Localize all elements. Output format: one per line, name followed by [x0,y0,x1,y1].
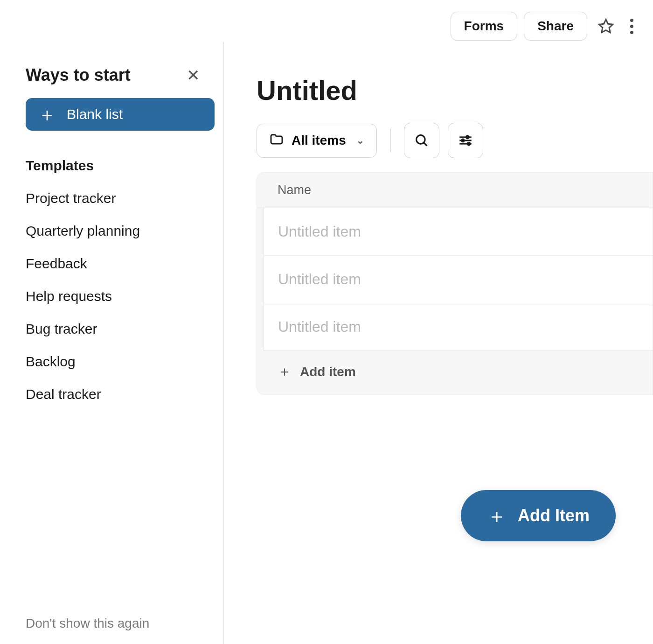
list-item[interactable]: Untitled item [264,256,653,303]
view-selector-button[interactable]: All items ⌄ [257,124,377,158]
more-menu-icon[interactable] [625,15,639,38]
ways-to-start-sidebar: Ways to start ✕ ＋ Blank list Templates P… [0,42,224,644]
list-item[interactable]: Untitled item [264,303,653,351]
main-content: Untitled All items ⌄ [224,42,653,644]
filter-button[interactable] [448,123,483,158]
template-item[interactable]: Help requests [26,280,204,313]
item-placeholder: Untitled item [278,223,361,240]
template-item[interactable]: Deal tracker [26,378,204,411]
templates-heading: Templates [26,158,204,174]
list-toolbar: All items ⌄ [257,123,653,158]
sliders-icon [458,133,473,148]
add-item-row[interactable]: ＋ Add item [257,351,653,394]
sidebar-title: Ways to start [26,65,131,85]
search-icon [414,133,430,148]
view-selector-label: All items [292,133,346,148]
plus-icon: ＋ [487,511,507,521]
svg-point-5 [461,139,464,142]
list-header-row: Name [257,173,653,208]
svg-point-7 [467,142,470,145]
template-item[interactable]: Quarterly planning [26,215,204,247]
svg-point-3 [466,136,469,139]
top-bar: Forms Share [0,0,653,42]
template-item[interactable]: Project tracker [26,182,204,215]
search-button[interactable] [404,123,439,158]
blank-list-label: Blank list [67,106,123,122]
chevron-down-icon: ⌄ [356,135,364,146]
plus-icon: ＋ [278,362,292,381]
svg-line-1 [424,143,427,146]
forms-button[interactable]: Forms [451,12,518,41]
dont-show-again-link[interactable]: Don't show this again [26,616,149,631]
list-table: Name Untitled item Untitled item Untitle… [257,172,653,395]
fab-label: Add Item [518,506,590,525]
column-header-name[interactable]: Name [278,183,311,197]
template-item[interactable]: Backlog [26,345,204,378]
template-item[interactable]: Bug tracker [26,313,204,345]
share-button[interactable]: Share [524,12,587,41]
templates-list: Project tracker Quarterly planning Feedb… [26,182,204,411]
star-icon[interactable] [594,14,618,38]
close-icon[interactable]: ✕ [187,66,200,84]
add-item-fab[interactable]: ＋ Add Item [461,490,616,541]
template-item[interactable]: Feedback [26,247,204,280]
add-item-row-label: Add item [300,364,356,379]
plus-icon: ＋ [38,110,56,119]
blank-list-button[interactable]: ＋ Blank list [26,98,215,131]
list-item[interactable]: Untitled item [264,208,653,256]
folder-icon [269,132,284,150]
item-placeholder: Untitled item [278,318,361,335]
page-title[interactable]: Untitled [257,75,653,106]
svg-point-0 [416,135,424,144]
toolbar-divider [390,129,391,152]
item-placeholder: Untitled item [278,271,361,287]
